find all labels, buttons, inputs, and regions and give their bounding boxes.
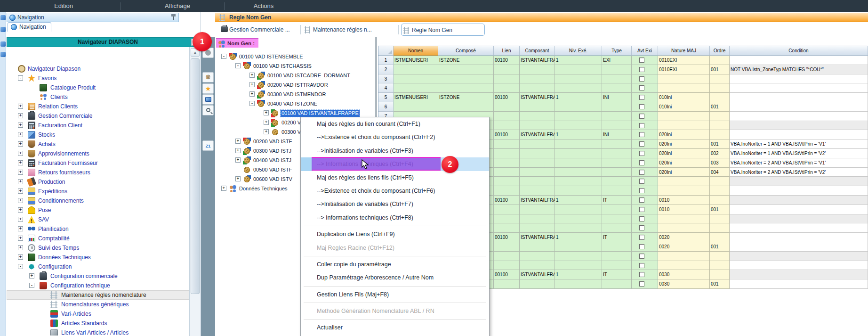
cell-lien[interactable] (494, 158, 520, 168)
cell-compose[interactable] (438, 74, 494, 84)
sidebar-item[interactable]: +Gestion Commerciale (7, 111, 189, 121)
gen-tree-node[interactable]: -00400 VAD ISTZONE (215, 99, 375, 108)
expand-icon[interactable]: + (235, 176, 241, 181)
dock-tab-icon[interactable] (0, 52, 6, 57)
cell-lien[interactable]: 00100 (494, 130, 520, 139)
cell-niv-exe[interactable] (555, 242, 602, 252)
cell-avt-exi[interactable] (632, 261, 658, 270)
cell-niv-exe[interactable] (555, 279, 602, 289)
cell-niv-exe[interactable] (555, 102, 602, 112)
favorites-button[interactable]: ★ (202, 83, 214, 94)
cell-condition[interactable] (730, 83, 868, 93)
cell-ordre[interactable]: 001 (710, 205, 730, 214)
navigator-button[interactable]: ☸ (202, 72, 214, 82)
expand-icon[interactable]: + (18, 160, 23, 165)
sidebar-item[interactable]: +Données Techniques (7, 253, 189, 262)
expand-icon[interactable]: + (18, 188, 23, 194)
expand-icon[interactable]: + (249, 91, 255, 97)
cell-type[interactable] (602, 186, 632, 196)
cell-nature-maj[interactable]: 010Ini (658, 102, 710, 112)
cell-niv-exe[interactable] (555, 65, 602, 74)
cell-avt-exi[interactable] (632, 214, 658, 224)
menubar-item-actions[interactable]: Actions (249, 0, 279, 12)
cell-condition[interactable] (730, 242, 868, 252)
cell-lien[interactable] (494, 279, 520, 289)
sidebar-item[interactable]: +Relation Clients (7, 102, 189, 111)
cell-nomen[interactable]: ISTMENUISERI (394, 56, 438, 65)
cell-type[interactable] (602, 139, 632, 149)
cell-nature-maj[interactable]: 0010 (658, 205, 710, 214)
cell-avt-exi[interactable] (632, 56, 658, 65)
cell-nature-maj[interactable]: 0020 (658, 242, 710, 252)
cell-composant[interactable] (520, 252, 555, 261)
cell-type[interactable] (602, 214, 632, 224)
cell-type[interactable] (602, 121, 632, 131)
cell-composant[interactable] (520, 102, 555, 112)
cell-lien[interactable] (494, 121, 520, 131)
cell-nature-maj[interactable]: 0020 (658, 233, 710, 242)
expand-icon[interactable]: + (18, 104, 23, 109)
avt-exi-checkbox[interactable] (639, 281, 644, 287)
cell-niv-exe[interactable] (555, 121, 602, 131)
cell-ordre[interactable] (710, 223, 730, 233)
sidebar-item[interactable]: Vari-Articles (7, 309, 189, 319)
cell-ordre[interactable]: 001 (710, 139, 730, 149)
sidebar-item[interactable]: -Configuration technique (7, 281, 189, 290)
context-menu-item[interactable]: Dup Paramétrage Arborescence / Autre Nom (301, 271, 489, 284)
cell-avt-exi[interactable] (632, 233, 658, 242)
cell-avt-exi[interactable] (632, 112, 658, 121)
cell-ordre[interactable] (710, 270, 730, 279)
cell-type[interactable] (602, 223, 632, 233)
cell-composant[interactable] (520, 242, 555, 252)
cell-condition[interactable] (730, 270, 868, 279)
cell-nature-maj[interactable] (658, 177, 710, 186)
avt-exi-checkbox[interactable] (639, 95, 644, 100)
avt-exi-checkbox[interactable] (639, 225, 644, 230)
cell-ordre[interactable]: 001 (710, 279, 730, 289)
cell-ordre[interactable]: 001 (710, 65, 730, 74)
collapse-icon[interactable]: - (18, 75, 23, 81)
cell-lien[interactable]: 00100 (494, 270, 520, 279)
cell-niv-exe[interactable] (555, 168, 602, 177)
cell-niv-exe[interactable] (555, 139, 602, 149)
expand-icon[interactable]: + (18, 217, 23, 222)
expand-icon[interactable]: + (18, 245, 23, 250)
column-header-lien[interactable]: Lien (494, 46, 520, 56)
avt-exi-checkbox[interactable] (639, 151, 644, 156)
cell-avt-exi[interactable] (632, 177, 658, 186)
cell-nature-maj[interactable]: 020Ini (658, 158, 710, 168)
cell-condition[interactable] (730, 121, 868, 131)
cell-type[interactable]: INI (602, 130, 632, 139)
expand-icon[interactable]: + (18, 207, 23, 213)
cell-nature-maj[interactable] (658, 74, 710, 84)
gen-tree-node[interactable]: +00300 VAD ISTMENDOR (215, 90, 375, 99)
cell-avt-exi[interactable] (632, 270, 658, 279)
navigation-scrollbar[interactable]: ▲ (189, 47, 201, 336)
cell-lien[interactable] (494, 112, 520, 121)
sidebar-item[interactable]: Navigateur Diapason (7, 64, 189, 74)
cell-nomen[interactable] (394, 83, 438, 93)
cell-composant[interactable]: ISTVANTAILFRAPF (520, 270, 555, 279)
column-header-condition[interactable]: Condition (730, 46, 868, 56)
cell-nature-maj[interactable] (658, 261, 710, 270)
cell-ordre[interactable] (710, 56, 730, 65)
sidebar-item[interactable]: Nomenclatures génériques (7, 300, 189, 309)
cell-condition[interactable] (730, 56, 868, 65)
expand-icon[interactable]: + (235, 148, 241, 153)
expand-icon[interactable]: + (249, 82, 255, 87)
cell-type[interactable] (602, 252, 632, 261)
cell-lien[interactable] (494, 242, 520, 252)
expand-icon[interactable]: + (18, 254, 23, 260)
cell-condition[interactable] (730, 74, 868, 84)
cell-ordre[interactable] (710, 177, 730, 186)
sidebar-item[interactable]: +SAV (7, 215, 189, 224)
cell-niv-exe[interactable]: 1 (555, 233, 602, 242)
cell-condition[interactable]: VBA.InoNorIter = 2 AND VBA.IStVtlPrin = … (730, 168, 868, 177)
avt-exi-checkbox[interactable] (639, 76, 644, 82)
cell-avt-exi[interactable] (632, 130, 658, 139)
cell-type[interactable] (602, 112, 632, 121)
avt-exi-checkbox[interactable] (639, 272, 644, 277)
avt-exi-checkbox[interactable] (639, 188, 644, 193)
cell-niv-exe[interactable] (555, 177, 602, 186)
cell-nature-maj[interactable] (658, 83, 710, 93)
